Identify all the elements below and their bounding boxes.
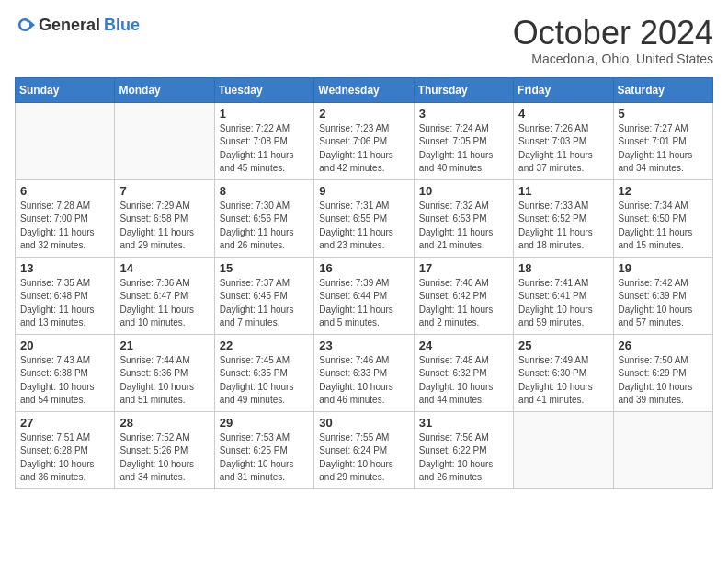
day-info: Sunrise: 7:36 AM Sunset: 6:47 PM Dayligh… xyxy=(119,277,209,330)
column-header-tuesday: Tuesday xyxy=(214,77,313,102)
day-cell: 13Sunrise: 7:35 AM Sunset: 6:48 PM Dayli… xyxy=(16,257,115,334)
day-cell: 31Sunrise: 7:56 AM Sunset: 6:22 PM Dayli… xyxy=(414,411,513,488)
day-info: Sunrise: 7:50 AM Sunset: 6:29 PM Dayligh… xyxy=(619,354,708,408)
day-number: 22 xyxy=(220,339,309,352)
day-info: Sunrise: 7:40 AM Sunset: 6:42 PM Dayligh… xyxy=(419,277,508,330)
week-row-2: 6Sunrise: 7:28 AM Sunset: 7:00 PM Daylig… xyxy=(16,179,713,257)
day-info: Sunrise: 7:33 AM Sunset: 6:52 PM Dayligh… xyxy=(518,200,608,253)
day-number: 16 xyxy=(319,261,408,275)
day-number: 25 xyxy=(518,339,608,352)
day-number: 15 xyxy=(220,261,309,275)
day-number: 18 xyxy=(518,261,608,275)
logo: General Blue xyxy=(15,15,140,35)
day-number: 3 xyxy=(419,107,508,121)
day-number: 24 xyxy=(419,339,508,352)
day-number: 13 xyxy=(20,261,109,275)
day-cell: 7Sunrise: 7:29 AM Sunset: 6:58 PM Daylig… xyxy=(115,179,214,257)
day-info: Sunrise: 7:52 AM Sunset: 5:26 PM Dayligh… xyxy=(119,431,209,485)
day-number: 20 xyxy=(20,339,109,352)
week-row-3: 13Sunrise: 7:35 AM Sunset: 6:48 PM Dayli… xyxy=(16,257,713,334)
day-cell: 20Sunrise: 7:43 AM Sunset: 6:38 PM Dayli… xyxy=(16,334,115,411)
day-number: 30 xyxy=(319,416,408,430)
day-info: Sunrise: 7:45 AM Sunset: 6:35 PM Dayligh… xyxy=(220,354,309,408)
day-cell: 21Sunrise: 7:44 AM Sunset: 6:36 PM Dayli… xyxy=(115,334,214,411)
column-header-saturday: Saturday xyxy=(613,77,712,102)
logo-blue-text: Blue xyxy=(104,16,140,35)
day-cell: 27Sunrise: 7:51 AM Sunset: 6:28 PM Dayli… xyxy=(16,411,115,488)
logo-icon xyxy=(15,15,35,35)
week-row-1: 1Sunrise: 7:22 AM Sunset: 7:08 PM Daylig… xyxy=(16,102,713,179)
day-info: Sunrise: 7:26 AM Sunset: 7:03 PM Dayligh… xyxy=(518,122,608,176)
day-info: Sunrise: 7:49 AM Sunset: 6:30 PM Dayligh… xyxy=(518,354,608,408)
day-cell: 22Sunrise: 7:45 AM Sunset: 6:35 PM Dayli… xyxy=(214,334,313,411)
day-info: Sunrise: 7:32 AM Sunset: 6:53 PM Dayligh… xyxy=(419,200,508,253)
day-number: 21 xyxy=(119,339,209,352)
day-info: Sunrise: 7:55 AM Sunset: 6:24 PM Dayligh… xyxy=(319,431,408,485)
day-cell: 28Sunrise: 7:52 AM Sunset: 5:26 PM Dayli… xyxy=(115,411,214,488)
day-info: Sunrise: 7:56 AM Sunset: 6:22 PM Dayligh… xyxy=(419,431,508,485)
day-cell: 12Sunrise: 7:34 AM Sunset: 6:50 PM Dayli… xyxy=(613,179,712,257)
day-cell: 23Sunrise: 7:46 AM Sunset: 6:33 PM Dayli… xyxy=(314,334,414,411)
day-info: Sunrise: 7:35 AM Sunset: 6:48 PM Dayligh… xyxy=(20,277,109,330)
day-number: 8 xyxy=(220,184,309,198)
day-info: Sunrise: 7:31 AM Sunset: 6:55 PM Dayligh… xyxy=(319,200,408,253)
day-number: 28 xyxy=(119,416,209,430)
day-cell xyxy=(514,411,613,488)
day-number: 19 xyxy=(619,261,708,275)
day-info: Sunrise: 7:37 AM Sunset: 6:45 PM Dayligh… xyxy=(220,277,309,330)
day-number: 29 xyxy=(220,416,309,430)
day-info: Sunrise: 7:53 AM Sunset: 6:25 PM Dayligh… xyxy=(220,431,309,485)
day-cell: 9Sunrise: 7:31 AM Sunset: 6:55 PM Daylig… xyxy=(314,179,414,257)
day-number: 1 xyxy=(220,107,309,121)
day-cell: 4Sunrise: 7:26 AM Sunset: 7:03 PM Daylig… xyxy=(514,102,613,179)
day-number: 17 xyxy=(419,261,508,275)
day-number: 10 xyxy=(419,184,508,198)
day-cell: 26Sunrise: 7:50 AM Sunset: 6:29 PM Dayli… xyxy=(613,334,712,411)
day-cell: 8Sunrise: 7:30 AM Sunset: 6:56 PM Daylig… xyxy=(214,179,313,257)
day-cell: 10Sunrise: 7:32 AM Sunset: 6:53 PM Dayli… xyxy=(414,179,513,257)
day-cell: 17Sunrise: 7:40 AM Sunset: 6:42 PM Dayli… xyxy=(414,257,513,334)
day-number: 31 xyxy=(419,416,508,430)
day-number: 9 xyxy=(319,184,408,198)
column-header-monday: Monday xyxy=(115,77,214,102)
day-cell: 18Sunrise: 7:41 AM Sunset: 6:41 PM Dayli… xyxy=(514,257,613,334)
day-cell xyxy=(613,411,712,488)
day-info: Sunrise: 7:22 AM Sunset: 7:08 PM Dayligh… xyxy=(220,122,309,176)
week-row-5: 27Sunrise: 7:51 AM Sunset: 6:28 PM Dayli… xyxy=(16,411,713,488)
day-info: Sunrise: 7:29 AM Sunset: 6:58 PM Dayligh… xyxy=(119,200,209,253)
day-number: 2 xyxy=(319,107,408,121)
day-cell: 25Sunrise: 7:49 AM Sunset: 6:30 PM Dayli… xyxy=(514,334,613,411)
day-number: 27 xyxy=(20,416,109,430)
svg-marker-0 xyxy=(29,20,35,29)
day-number: 26 xyxy=(619,339,708,352)
day-cell: 1Sunrise: 7:22 AM Sunset: 7:08 PM Daylig… xyxy=(214,102,313,179)
column-header-wednesday: Wednesday xyxy=(314,77,414,102)
day-info: Sunrise: 7:41 AM Sunset: 6:41 PM Dayligh… xyxy=(518,277,608,330)
day-info: Sunrise: 7:30 AM Sunset: 6:56 PM Dayligh… xyxy=(220,200,309,253)
day-cell: 11Sunrise: 7:33 AM Sunset: 6:52 PM Dayli… xyxy=(514,179,613,257)
day-cell xyxy=(16,102,115,179)
day-cell: 30Sunrise: 7:55 AM Sunset: 6:24 PM Dayli… xyxy=(314,411,414,488)
day-cell: 6Sunrise: 7:28 AM Sunset: 7:00 PM Daylig… xyxy=(16,179,115,257)
header-row: SundayMondayTuesdayWednesdayThursdayFrid… xyxy=(16,77,713,102)
day-info: Sunrise: 7:34 AM Sunset: 6:50 PM Dayligh… xyxy=(619,200,708,253)
day-info: Sunrise: 7:44 AM Sunset: 6:36 PM Dayligh… xyxy=(119,354,209,408)
day-cell xyxy=(115,102,214,179)
day-info: Sunrise: 7:46 AM Sunset: 6:33 PM Dayligh… xyxy=(319,354,408,408)
day-number: 11 xyxy=(518,184,608,198)
day-info: Sunrise: 7:27 AM Sunset: 7:01 PM Dayligh… xyxy=(619,122,708,176)
column-header-friday: Friday xyxy=(514,77,613,102)
day-number: 6 xyxy=(20,184,109,198)
day-number: 12 xyxy=(619,184,708,198)
day-info: Sunrise: 7:43 AM Sunset: 6:38 PM Dayligh… xyxy=(20,354,109,408)
day-number: 5 xyxy=(619,107,708,121)
day-info: Sunrise: 7:23 AM Sunset: 7:06 PM Dayligh… xyxy=(319,122,408,176)
day-cell: 14Sunrise: 7:36 AM Sunset: 6:47 PM Dayli… xyxy=(115,257,214,334)
day-number: 4 xyxy=(518,107,608,121)
day-cell: 29Sunrise: 7:53 AM Sunset: 6:25 PM Dayli… xyxy=(214,411,313,488)
column-header-thursday: Thursday xyxy=(414,77,513,102)
title-area: October 2024 Macedonia, Ohio, United Sta… xyxy=(513,15,713,66)
day-info: Sunrise: 7:28 AM Sunset: 7:00 PM Dayligh… xyxy=(20,200,109,253)
day-cell: 24Sunrise: 7:48 AM Sunset: 6:32 PM Dayli… xyxy=(414,334,513,411)
day-number: 23 xyxy=(319,339,408,352)
